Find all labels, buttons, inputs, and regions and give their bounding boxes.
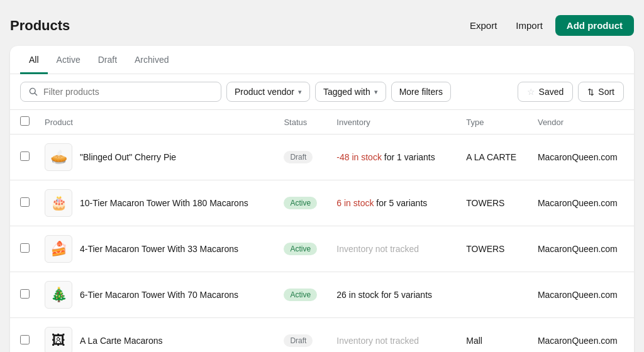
status-cell: Active xyxy=(276,272,329,318)
tabs-container: All Active Draft Archived xyxy=(10,46,634,74)
product-cell-inner: 🖼A La Carte Macarons xyxy=(45,327,269,352)
row-checkbox-cell xyxy=(10,135,37,180)
status-badge: Draft xyxy=(284,334,313,347)
status-badge: Active xyxy=(284,197,317,209)
select-all-header xyxy=(10,110,37,135)
product-name[interactable]: 10-Tier Macaron Tower With 180 Macarons xyxy=(80,198,248,208)
tagged-with-label: Tagged with xyxy=(323,87,370,97)
page-title: Products xyxy=(10,18,70,34)
status-cell: Active xyxy=(276,226,329,272)
product-cell: 🖼A La Carte Macarons xyxy=(37,318,276,353)
row-checkbox-cell xyxy=(10,272,37,318)
table-row: 🎂10-Tier Macaron Tower With 180 Macarons… xyxy=(10,180,634,226)
vendor-cell: MacaronQueen.com xyxy=(530,272,634,318)
table-header-row: Product Status Inventory Type Vendor xyxy=(10,110,634,135)
table-row: 🥧"Blinged Out" Cherry PieDraft-48 in sto… xyxy=(10,135,634,180)
product-name[interactable]: "Blinged Out" Cherry Pie xyxy=(80,152,176,162)
row-checkbox[interactable] xyxy=(20,335,30,344)
export-button[interactable]: Export xyxy=(464,16,503,35)
search-box xyxy=(20,82,221,102)
product-thumbnail: 🥧 xyxy=(45,143,72,171)
product-cell-inner: 🎄6-Tier Macaron Tower With 70 Macarons xyxy=(45,281,269,309)
filters-row: Product vendor ▾ Tagged with ▾ More filt… xyxy=(10,74,634,110)
more-filters-label: More filters xyxy=(399,87,443,97)
product-thumbnail: 🖼 xyxy=(45,327,72,352)
type-column-header: Type xyxy=(458,110,530,135)
tab-draft[interactable]: Draft xyxy=(89,46,126,74)
sort-label: Sort xyxy=(598,87,614,97)
product-cell-inner: 🍰4-Tier Macaron Tower With 33 Macarons xyxy=(45,235,269,263)
table-row: 🍰4-Tier Macaron Tower With 33 MacaronsAc… xyxy=(10,226,634,272)
vendor-cell: MacaronQueen.com xyxy=(530,135,634,180)
type-cell: A LA CARTE xyxy=(458,135,530,180)
products-table: Product Status Inventory Type Vendor 🥧"B… xyxy=(10,110,634,352)
tab-archived[interactable]: Archived xyxy=(126,46,177,74)
star-icon: ☆ xyxy=(527,87,535,97)
row-checkbox[interactable] xyxy=(20,197,30,207)
saved-button[interactable]: ☆ Saved xyxy=(518,82,574,102)
inventory-not-tracked: Inventory not tracked xyxy=(329,318,458,353)
product-column-header: Product xyxy=(37,110,276,135)
type-cell: TOWERS xyxy=(458,226,530,272)
search-icon xyxy=(28,87,38,97)
header-actions: Export Import Add product xyxy=(464,15,634,36)
svg-line-1 xyxy=(35,93,37,96)
status-badge: Active xyxy=(284,243,317,255)
product-cell-inner: 🥧"Blinged Out" Cherry Pie xyxy=(45,143,269,171)
row-checkbox-cell xyxy=(10,180,37,226)
row-checkbox[interactable] xyxy=(20,243,30,253)
search-input[interactable] xyxy=(43,87,213,97)
page-wrapper: Products Export Import Add product All A… xyxy=(10,10,634,352)
row-checkbox-cell xyxy=(10,226,37,272)
inventory-variants: for 1 variants xyxy=(382,152,435,162)
saved-label: Saved xyxy=(539,87,564,97)
inventory-cell: -48 in stock for 1 variants xyxy=(329,135,458,180)
product-cell: 🥧"Blinged Out" Cherry Pie xyxy=(37,135,276,180)
main-card: All Active Draft Archived Product vendor… xyxy=(10,46,634,352)
product-thumbnail: 🎂 xyxy=(45,189,72,217)
inventory-cell: 6 in stock for 5 variants xyxy=(329,180,458,226)
status-badge: Draft xyxy=(284,151,313,163)
type-cell: TOWERS xyxy=(458,180,530,226)
status-cell: Active xyxy=(276,180,329,226)
status-cell: Draft xyxy=(276,135,329,180)
chevron-down-icon: ▾ xyxy=(374,88,378,96)
tagged-with-filter[interactable]: Tagged with ▾ xyxy=(315,82,386,102)
import-button[interactable]: Import xyxy=(509,16,549,35)
tab-active[interactable]: Active xyxy=(48,46,89,74)
vendor-cell: MacaronQueen.com xyxy=(530,318,634,353)
product-vendor-label: Product vendor xyxy=(235,87,294,97)
type-cell: Mall xyxy=(458,318,530,353)
inventory-count: -48 in stock xyxy=(336,152,382,162)
row-checkbox-cell xyxy=(10,318,37,353)
chevron-down-icon: ▾ xyxy=(298,88,302,96)
product-name[interactable]: 6-Tier Macaron Tower With 70 Macarons xyxy=(80,290,238,300)
inventory-not-tracked: Inventory not tracked xyxy=(329,226,458,272)
status-column-header: Status xyxy=(276,110,329,135)
product-cell: 🎂10-Tier Macaron Tower With 180 Macarons xyxy=(37,180,276,226)
product-name[interactable]: 4-Tier Macaron Tower With 33 Macarons xyxy=(80,244,238,254)
table-row: 🖼A La Carte MacaronsDraftInventory not t… xyxy=(10,318,634,353)
product-cell: 🍰4-Tier Macaron Tower With 33 Macarons xyxy=(37,226,276,272)
product-vendor-filter[interactable]: Product vendor ▾ xyxy=(226,82,310,102)
vendor-column-header: Vendor xyxy=(530,110,634,135)
type-cell xyxy=(458,272,530,318)
page-header: Products Export Import Add product xyxy=(10,10,634,46)
more-filters-button[interactable]: More filters xyxy=(391,82,451,102)
inventory-count: 26 in stock for 5 variants xyxy=(329,272,458,318)
product-thumbnail: 🍰 xyxy=(45,235,72,263)
tab-all[interactable]: All xyxy=(20,46,48,74)
status-badge: Active xyxy=(284,289,317,301)
vendor-cell: MacaronQueen.com xyxy=(530,226,634,272)
table-row: 🎄6-Tier Macaron Tower With 70 MacaronsAc… xyxy=(10,272,634,318)
sort-button[interactable]: ⇅ Sort xyxy=(578,82,624,102)
product-cell: 🎄6-Tier Macaron Tower With 70 Macarons xyxy=(37,272,276,318)
status-cell: Draft xyxy=(276,318,329,353)
product-name[interactable]: A La Carte Macarons xyxy=(80,336,163,346)
row-checkbox[interactable] xyxy=(20,289,30,299)
product-thumbnail: 🎄 xyxy=(45,281,72,309)
add-product-button[interactable]: Add product xyxy=(555,15,634,36)
product-cell-inner: 🎂10-Tier Macaron Tower With 180 Macarons xyxy=(45,189,269,217)
row-checkbox[interactable] xyxy=(20,151,30,161)
select-all-checkbox[interactable] xyxy=(20,116,30,126)
